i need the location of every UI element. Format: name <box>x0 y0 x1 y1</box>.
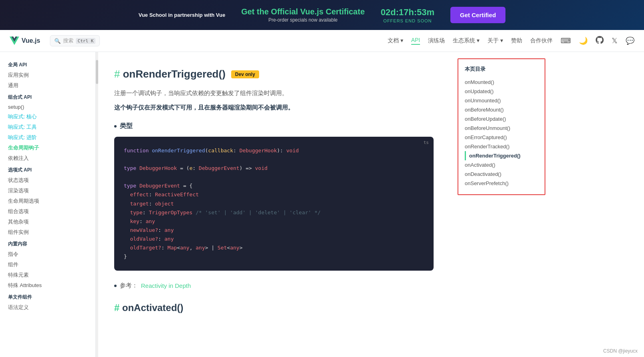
toc-item-onmounted[interactable]: onMounted() <box>465 78 538 87</box>
twitter-icon[interactable]: 𝕏 <box>612 36 618 45</box>
toc-panel: 本页目录 onMounted() onUpdated() onUnmounted… <box>458 58 545 195</box>
sidebar-item-dependency[interactable]: 依赖注入 <box>0 153 95 164</box>
get-certified-button[interactable]: Get Certified <box>450 7 505 23</box>
sidebar-item-app-instance[interactable]: 应用实例 <box>0 70 95 80</box>
sidebar-section-composition-api: 组合式 API setup() 响应式: 核心 响应式: 工具 响应式: 进阶 … <box>0 91 95 164</box>
ref-bullet-icon <box>114 285 117 287</box>
partner-name: Vue <box>216 12 225 18</box>
top-banner: Vue School in partnership with Vue Get t… <box>0 0 644 30</box>
search-icon: 🔍 <box>54 38 61 44</box>
sidebar-item-lifecycle[interactable]: 生命周期钩子 <box>0 143 95 153</box>
sidebar-section-sfc: 单文件组件 语法定义 <box>0 291 95 313</box>
heading-text: onRenderTriggered() <box>123 68 226 80</box>
toc-item-onbeforeupdate[interactable]: onBeforeUpdate() <box>465 114 538 124</box>
ref-label: 参考： <box>120 282 138 289</box>
bullet-icon <box>114 125 117 128</box>
footer-note: CSDN @jieyucx <box>603 348 638 354</box>
nav-playground[interactable]: 演练场 <box>428 37 445 44</box>
sidebar-title-sfc: 单文件组件 <box>0 291 95 302</box>
content-wrapper: # onRenderTriggered() Dev only 注册一个调试钩子，… <box>96 52 644 357</box>
description: 注册一个调试钩子，当响应式依赖的变更触发了组件渲染时调用。 <box>114 88 434 98</box>
search-kbd: Ctrl K <box>76 38 96 44</box>
nav-ecosystem[interactable]: 生态系统 ▾ <box>453 37 480 44</box>
theme-toggle[interactable]: 🌙 <box>579 36 588 45</box>
toc-item-onerrorcaptured[interactable]: onErrorCaptured() <box>465 133 538 142</box>
type-heading: 类型 <box>120 122 133 130</box>
nav-api[interactable]: API <box>411 37 420 45</box>
navbar: Vue.js 🔍 搜索 Ctrl K 文档 ▾ API 演练场 生态系统 ▾ 关… <box>0 30 644 52</box>
nav-docs[interactable]: 文档 ▾ <box>388 37 403 44</box>
banner-subtitle: Pre-order specials now available <box>241 17 365 23</box>
banner-timer: 02d:17h:53m OFFERS END SOON <box>381 7 435 23</box>
sidebar-item-directives[interactable]: 指令 <box>0 249 95 259</box>
timer-value: 02d:17h:53m <box>381 7 435 18</box>
main-content: # onRenderTriggered() Dev only 注册一个调试钩子，… <box>98 52 458 357</box>
sidebar-section-global-api: 全局 API 应用实例 通用 <box>0 58 95 91</box>
sidebar-title-composition: 组合式 API <box>0 91 95 102</box>
sidebar-item-sfc-syntax[interactable]: 语法定义 <box>0 302 95 313</box>
search-box[interactable]: 🔍 搜索 Ctrl K <box>50 35 100 46</box>
sidebar-section-builtin: 内置内容 指令 组件 特殊元素 特殊 Attributes <box>0 237 95 291</box>
nav-sponsor[interactable]: 赞助 <box>511 37 522 44</box>
ref-line: 参考： Reactivity in Depth <box>114 282 434 289</box>
logo-text: Vue.js <box>22 37 40 44</box>
toc-item-onserverprefetch[interactable]: onServerPrefetch() <box>465 179 538 188</box>
scrollbar[interactable] <box>96 52 98 357</box>
hash-symbol: # <box>114 68 123 80</box>
banner-left: Vue School in partnership with Vue <box>139 12 225 18</box>
sidebar-section-options-api: 选项式 API 状态选项 渲染选项 生命周期选项 组合选项 其他杂项 组件实例 <box>0 164 95 237</box>
description-bold: 这个钩子仅在开发模式下可用，且在服务器端渲染期间不会被调用。 <box>114 103 434 112</box>
toc-item-onrendertriggered[interactable]: onRenderTriggered() <box>465 151 538 160</box>
search-label: 搜索 <box>63 37 73 44</box>
sidebar: 全局 API 应用实例 通用 组合式 API setup() 响应式: 核心 响… <box>0 52 96 357</box>
nav-partner[interactable]: 合作伙伴 <box>530 37 553 44</box>
sidebar-item-component-instance[interactable]: 组件实例 <box>0 227 95 237</box>
code-content: function onRenderTriggered(callback: Deb… <box>124 146 424 261</box>
sidebar-item-special-attrs[interactable]: 特殊 Attributes <box>0 280 95 291</box>
sidebar-item-components[interactable]: 组件 <box>0 259 95 270</box>
dev-only-badge: Dev only <box>231 70 259 78</box>
heading-h1: # onRenderTriggered() <box>114 68 226 80</box>
offers-label: OFFERS END SOON <box>381 18 435 23</box>
vue-logo-icon <box>10 36 19 46</box>
sidebar-item-reactivity-core[interactable]: 响应式: 核心 <box>0 112 95 122</box>
translate-icon[interactable]: ⌨ <box>561 36 571 45</box>
sidebar-item-setup[interactable]: setup() <box>0 102 95 112</box>
sidebar-item-lifecycle-opts[interactable]: 生命周期选项 <box>0 196 95 206</box>
toc-item-onbeforeunmount[interactable]: onBeforeUnmount() <box>465 124 538 133</box>
school-name: Vue School <box>139 12 166 18</box>
sidebar-item-misc[interactable]: 其他杂项 <box>0 217 95 227</box>
github-icon[interactable] <box>596 36 604 46</box>
banner-center: Get the Official Vue.js Certificate Pre-… <box>241 7 365 23</box>
code-block: ts function onRenderTriggered(callback: … <box>114 137 434 271</box>
type-section-heading: 类型 <box>114 122 434 130</box>
toc-item-onunmounted[interactable]: onUnmounted() <box>465 96 538 105</box>
discord-icon[interactable]: 💬 <box>626 36 634 45</box>
partnership-text: in partnership with <box>168 12 214 18</box>
sidebar-item-reactivity-tools[interactable]: 响应式: 工具 <box>0 122 95 132</box>
banner-title: Get the Official Vue.js Certificate <box>241 7 365 16</box>
sidebar-item-reactivity-advanced[interactable]: 响应式: 进阶 <box>0 132 95 143</box>
toc-item-onbeforemount[interactable]: onBeforeMount() <box>465 105 538 114</box>
ts-badge: ts <box>424 140 429 145</box>
sidebar-item-state[interactable]: 状态选项 <box>0 175 95 185</box>
toc-item-ondeactivated[interactable]: onDeactivated() <box>465 170 538 179</box>
nav-about[interactable]: 关于 ▾ <box>487 37 503 44</box>
sidebar-item-render[interactable]: 渲染选项 <box>0 185 95 196</box>
h2-hash: # <box>114 302 122 313</box>
nav-links: 文档 ▾ API 演练场 生态系统 ▾ 关于 ▾ 赞助 合作伙伴 ⌨ 🌙 𝕏 💬 <box>388 36 634 46</box>
second-heading: # onActivated() <box>114 302 434 313</box>
sidebar-item-general[interactable]: 通用 <box>0 80 95 91</box>
scrollbar-thumb[interactable] <box>96 60 98 84</box>
page-layout: 全局 API 应用实例 通用 组合式 API setup() 响应式: 核心 响… <box>0 52 644 357</box>
sidebar-title-global: 全局 API <box>0 58 95 70</box>
toc-item-onrendertracked[interactable]: onRenderTracked() <box>465 142 538 151</box>
ref-link[interactable]: Reactivity in Depth <box>141 282 191 289</box>
sidebar-item-composition[interactable]: 组合选项 <box>0 206 95 217</box>
sidebar-item-special-elements[interactable]: 特殊元素 <box>0 270 95 280</box>
site-logo[interactable]: Vue.js <box>10 36 40 46</box>
page-heading: # onRenderTriggered() Dev only <box>114 68 434 80</box>
toc-item-onupdated[interactable]: onUpdated() <box>465 87 538 96</box>
sidebar-title-options: 选项式 API <box>0 164 95 175</box>
toc-item-onactivated[interactable]: onActivated() <box>465 160 538 170</box>
